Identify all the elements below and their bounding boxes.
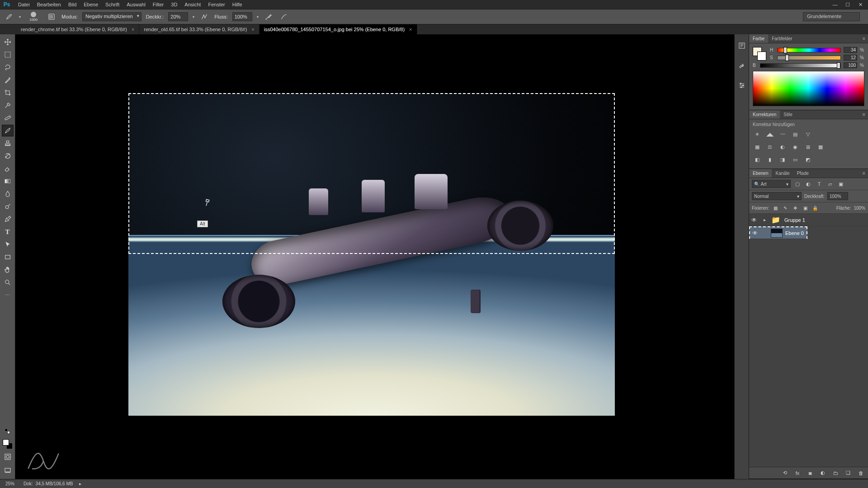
- zoom-tool[interactable]: [2, 277, 14, 288]
- blur-tool[interactable]: [2, 188, 14, 200]
- panel-menu-button[interactable]: ≡: [860, 169, 868, 178]
- gradient-tool[interactable]: [2, 175, 14, 187]
- visibility-toggle[interactable]: 👁: [749, 217, 759, 223]
- tool-chevron-icon[interactable]: ▾: [19, 15, 21, 19]
- doc-tab-1[interactable]: render_chrome.tif bei 33.3% (Ebene 0, RG…: [16, 24, 139, 34]
- layer-thumbnail[interactable]: [771, 229, 783, 238]
- layer-fill-input[interactable]: 100%: [854, 206, 865, 211]
- panel-menu-button[interactable]: ≡: [860, 34, 868, 43]
- layer-group-row[interactable]: 👁 ▸ 📁 Gruppe 1: [749, 214, 868, 226]
- menu-schrift[interactable]: Schrift: [103, 1, 122, 8]
- canvas-area[interactable]: Alt: [15, 34, 734, 479]
- color-swatch-pair[interactable]: [753, 47, 766, 61]
- tab-ebenen[interactable]: Ebenen: [749, 169, 772, 178]
- properties-panel-button[interactable]: [737, 61, 747, 70]
- levels-button[interactable]: ◢◣: [765, 130, 774, 139]
- layer-row[interactable]: 👁 Ebene 0: [749, 226, 807, 239]
- color-balance-button[interactable]: ⚖: [765, 142, 774, 151]
- quick-mask-button[interactable]: [2, 451, 14, 463]
- character-panel-button[interactable]: [737, 80, 747, 90]
- menu-ebene[interactable]: Ebene: [81, 1, 101, 8]
- default-colors-button[interactable]: [2, 426, 14, 437]
- stamp-tool[interactable]: [2, 137, 14, 149]
- move-tool[interactable]: [2, 36, 14, 48]
- close-icon[interactable]: ×: [132, 27, 134, 32]
- lock-position-button[interactable]: ✥: [792, 204, 799, 211]
- vibrance-button[interactable]: ▽: [803, 130, 812, 139]
- layer-name[interactable]: Gruppe 1: [784, 217, 805, 223]
- menu-auswahl[interactable]: Auswahl: [124, 1, 148, 8]
- filter-shape-button[interactable]: ▱: [826, 180, 834, 188]
- pen-tool[interactable]: [2, 213, 14, 225]
- doc-tab-3[interactable]: iss040e006780_14550707154_o.jpg bei 25% …: [259, 24, 417, 34]
- close-icon[interactable]: ×: [409, 27, 412, 32]
- marquee-tool[interactable]: [2, 49, 14, 61]
- exposure-button[interactable]: ▤: [791, 130, 800, 139]
- layer-mask-button[interactable]: ◙: [807, 469, 814, 477]
- filter-adjust-button[interactable]: ◐: [804, 180, 812, 188]
- flow-input[interactable]: 100%: [232, 12, 252, 21]
- menu-datei[interactable]: Datei: [15, 1, 33, 8]
- threshold-button[interactable]: ◨: [778, 155, 787, 164]
- menu-filter[interactable]: Filter: [150, 1, 166, 8]
- menu-hilfe[interactable]: Hilfe: [230, 1, 245, 8]
- menu-bearbeiten[interactable]: Bearbeiten: [34, 1, 64, 8]
- gradient-map-button[interactable]: ▭: [791, 155, 800, 164]
- hue-input[interactable]: 34: [844, 47, 857, 53]
- toggle-brush-panel-button[interactable]: [46, 11, 57, 22]
- healing-tool[interactable]: [2, 112, 14, 124]
- layer-filter-dropdown[interactable]: 🔍 Art: [752, 180, 791, 188]
- menu-3d[interactable]: 3D: [168, 1, 180, 8]
- screen-mode-button[interactable]: [2, 465, 14, 476]
- workspace-switcher[interactable]: Grundelemente: [803, 12, 860, 21]
- opacity-chevron-icon[interactable]: ▾: [193, 15, 194, 19]
- pressure-size-button[interactable]: [278, 11, 289, 22]
- color-swatches[interactable]: [3, 439, 13, 449]
- opacity-input[interactable]: 20%: [168, 12, 188, 21]
- close-icon[interactable]: ×: [251, 27, 254, 32]
- tab-korrekturen[interactable]: Korrekturen: [749, 110, 780, 119]
- bri-input[interactable]: 100: [844, 62, 857, 68]
- selective-color-button[interactable]: ◩: [803, 155, 812, 164]
- brush-preset-picker[interactable]: 1000: [25, 12, 42, 22]
- link-layers-button[interactable]: ⟲: [781, 469, 788, 477]
- posterize-button[interactable]: ▮: [765, 155, 774, 164]
- history-brush-tool[interactable]: [2, 150, 14, 162]
- window-close-button[interactable]: ✕: [855, 1, 865, 8]
- spectrum-picker[interactable]: [753, 71, 864, 106]
- sat-input[interactable]: 12: [844, 55, 857, 61]
- visibility-toggle[interactable]: 👁: [750, 230, 760, 236]
- tab-kanaele[interactable]: Kanäle: [772, 169, 793, 178]
- menu-fenster[interactable]: Fenster: [205, 1, 227, 8]
- hue-slider[interactable]: [777, 48, 841, 52]
- panel-menu-button[interactable]: ≡: [860, 110, 868, 119]
- magic-wand-tool[interactable]: [2, 74, 14, 86]
- filter-pixel-button[interactable]: ▢: [793, 180, 802, 188]
- color-lookup-button[interactable]: ▩: [816, 142, 825, 151]
- lock-pixels-button[interactable]: ✎: [782, 204, 789, 211]
- type-tool[interactable]: T: [2, 226, 14, 238]
- dodge-tool[interactable]: [2, 201, 14, 212]
- expand-toggle[interactable]: ▸: [762, 217, 767, 222]
- eyedropper-tool[interactable]: [2, 99, 14, 111]
- hand-tool[interactable]: [2, 264, 14, 276]
- window-maximize-button[interactable]: ☐: [843, 1, 853, 8]
- layer-fx-button[interactable]: fx: [794, 469, 801, 477]
- delete-layer-button[interactable]: 🗑: [857, 469, 864, 477]
- flow-chevron-icon[interactable]: ▾: [257, 15, 259, 19]
- channel-mixer-button[interactable]: ⊞: [803, 142, 812, 151]
- lasso-tool[interactable]: [2, 61, 14, 73]
- adjustment-layer-button[interactable]: ◐: [819, 469, 826, 477]
- layer-name[interactable]: Ebene 0: [785, 230, 804, 236]
- tab-stile[interactable]: Stile: [780, 110, 796, 119]
- bw-button[interactable]: ◐: [778, 142, 787, 151]
- new-layer-button[interactable]: ❏: [844, 469, 852, 477]
- lock-nest-button[interactable]: ▣: [802, 204, 809, 211]
- filter-smart-button[interactable]: ▣: [837, 180, 845, 188]
- lock-all-button[interactable]: 🔒: [811, 204, 819, 211]
- airbrush-button[interactable]: [263, 11, 274, 22]
- brightness-contrast-button[interactable]: ☀: [753, 130, 762, 139]
- photo-filter-button[interactable]: ◉: [791, 142, 800, 151]
- window-minimize-button[interactable]: —: [830, 1, 840, 8]
- tab-farbfelder[interactable]: Farbfelder: [768, 34, 796, 43]
